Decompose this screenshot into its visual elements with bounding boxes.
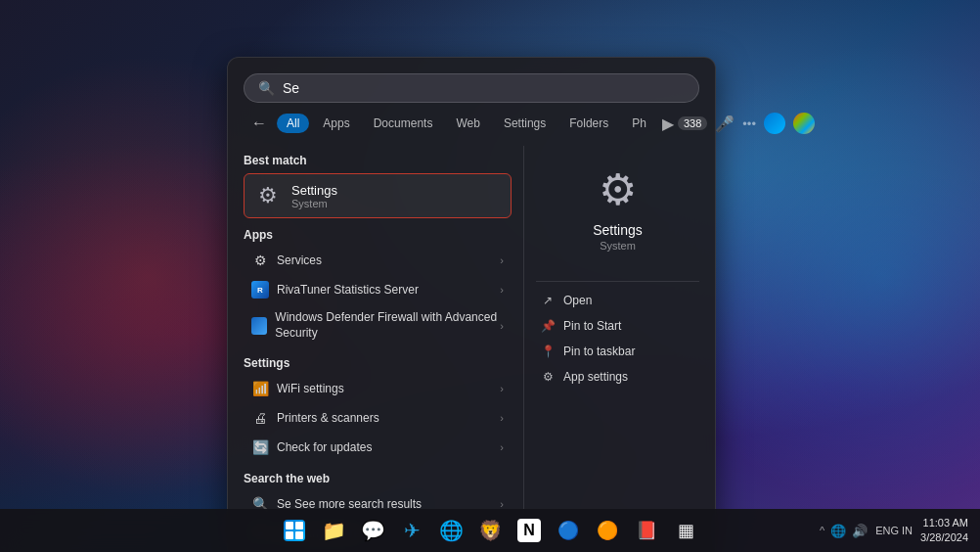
filter-documents[interactable]: Documents: [364, 114, 443, 133]
taskbar-app7[interactable]: 🔵: [551, 513, 586, 548]
best-match-item[interactable]: ⚙ Settings System: [244, 173, 512, 218]
open-label: Open: [563, 294, 592, 307]
mic-icon[interactable]: 🎤: [715, 115, 735, 133]
more-filters-button[interactable]: ▶: [662, 115, 674, 133]
taskbar-whatsapp[interactable]: 💬: [355, 513, 390, 548]
wifi-icon: 📶: [251, 380, 269, 397]
system-tray: ^ 🌐 🔊: [820, 524, 868, 538]
best-match-label: Best match: [244, 154, 512, 167]
taskbar-telegram[interactable]: ✈: [394, 513, 429, 548]
taskbar-app9[interactable]: 📕: [629, 513, 664, 548]
filter-apps[interactable]: Apps: [313, 114, 359, 133]
brave-icon: 🦁: [478, 519, 503, 542]
show-hidden-icon[interactable]: ^: [820, 525, 824, 536]
badge-count: 338: [678, 116, 707, 130]
windows-color-icon[interactable]: [793, 113, 815, 134]
search-input[interactable]: [283, 80, 685, 96]
cortana-icon[interactable]: [764, 113, 785, 134]
language-indicator[interactable]: ENG IN: [875, 524, 913, 537]
pin-start-label: Pin to Start: [563, 319, 621, 333]
settings-gear-icon: ⚙: [254, 182, 282, 209]
taskbar-center: 📁 💬 ✈ 🌐 🦁 N 🔵 🟠 📕 ▦: [277, 513, 703, 548]
rivatuner-item[interactable]: R RivaTuner Statistics Server ›: [244, 275, 512, 304]
pin-taskbar-item[interactable]: 📍 Pin to taskbar: [536, 339, 699, 364]
services-item[interactable]: ⚙ Services ›: [244, 246, 512, 275]
search-icon: 🔍: [258, 80, 275, 96]
check-updates-label: Check for updates: [277, 440, 372, 454]
taskbar-extras: 338 🎤 •••: [678, 113, 815, 134]
check-updates-item[interactable]: 🔄 Check for updates ›: [244, 433, 512, 462]
network-icon[interactable]: 🌐: [830, 524, 846, 538]
dots-icon[interactable]: •••: [742, 116, 756, 131]
folder-icon: 📁: [322, 519, 346, 542]
app9-icon: 📕: [636, 520, 657, 541]
firewall-label: Windows Defender Firewall with Advanced …: [275, 310, 500, 341]
filter-all[interactable]: All: [277, 114, 309, 133]
volume-icon[interactable]: 🔊: [852, 524, 868, 538]
best-match-name: Settings: [291, 183, 337, 198]
filter-web[interactable]: Web: [446, 114, 489, 133]
app-settings-icon: ⚙: [540, 369, 556, 385]
pin-taskbar-label: Pin to taskbar: [563, 345, 635, 358]
back-button[interactable]: ←: [245, 113, 273, 134]
taskbar-notion[interactable]: N: [512, 513, 547, 548]
big-settings-gear-icon: ⚙: [591, 161, 646, 216]
filter-ph[interactable]: Ph: [622, 114, 656, 133]
arrow-icon: ›: [500, 320, 504, 332]
right-panel-sub: System: [600, 240, 636, 252]
windows-logo-icon: [284, 520, 305, 541]
wifi-settings-item[interactable]: 📶 WiFi settings ›: [244, 374, 512, 403]
app-settings-label: App settings: [563, 370, 628, 384]
filter-bar: ← All Apps Documents Web Settings Folder…: [244, 113, 699, 134]
search-web-label: Search the web: [244, 472, 512, 485]
arrow-icon: ›: [500, 254, 504, 266]
pin-taskbar-icon: 📍: [540, 344, 556, 359]
taskbar-app8[interactable]: 🟠: [590, 513, 625, 548]
firewall-item[interactable]: Windows Defender Firewall with Advanced …: [244, 304, 512, 346]
filter-settings[interactable]: Settings: [494, 114, 556, 133]
pin-start-item[interactable]: 📌 Pin to Start: [536, 313, 699, 339]
arrow-icon: ›: [500, 412, 504, 424]
right-panel: ⚙ Settings System ↗ Open 📌 Pin to Start …: [523, 146, 699, 548]
filter-folders[interactable]: Folders: [559, 114, 618, 133]
services-label: Services: [277, 253, 322, 267]
app8-icon: 🟠: [597, 520, 618, 541]
arrow-icon: ›: [500, 284, 504, 296]
notion-icon: N: [517, 519, 541, 542]
settings-section-label: Settings: [244, 356, 512, 370]
right-panel-icon-area: ⚙ Settings System: [536, 146, 699, 275]
taskbar-right: ^ 🌐 🔊 ENG IN 11:03 AM 3/28/2024: [820, 516, 968, 546]
open-item[interactable]: ↗ Open: [536, 288, 699, 313]
rivatuner-label: RivaTuner Statistics Server: [277, 283, 419, 297]
apps-section-label: Apps: [244, 228, 512, 242]
clock-time: 11:03 AM: [920, 516, 968, 530]
app7-icon: 🔵: [557, 520, 579, 541]
taskbar-chrome[interactable]: 🌐: [433, 513, 468, 548]
firewall-icon: [251, 317, 267, 335]
update-icon: 🔄: [251, 438, 269, 456]
content-area: Best match ⚙ Settings System Apps ⚙ Serv…: [244, 146, 699, 548]
wifi-label: WiFi settings: [277, 382, 344, 395]
clock-date: 3/28/2024: [920, 530, 968, 545]
taskbar-app10[interactable]: ▦: [668, 513, 703, 548]
search-bar[interactable]: 🔍: [244, 73, 699, 103]
taskbar-brave[interactable]: 🦁: [472, 513, 508, 548]
open-icon: ↗: [540, 293, 556, 308]
app10-icon: ▦: [678, 520, 694, 541]
telegram-icon: ✈: [404, 519, 421, 542]
arrow-icon: ›: [500, 441, 504, 453]
services-icon: ⚙: [251, 252, 269, 269]
taskbar: 📁 💬 ✈ 🌐 🦁 N 🔵 🟠 📕 ▦: [0, 509, 980, 552]
taskbar-file-explorer[interactable]: 📁: [316, 513, 351, 548]
left-panel: Best match ⚙ Settings System Apps ⚙ Serv…: [244, 146, 523, 548]
printers-item[interactable]: 🖨 Printers & scanners ›: [244, 403, 512, 433]
start-menu: 🔍 ← All Apps Documents Web Settings Fold…: [227, 57, 716, 552]
whatsapp-icon: 💬: [361, 519, 385, 542]
printer-icon: 🖨: [251, 409, 269, 427]
app-settings-item[interactable]: ⚙ App settings: [536, 364, 699, 390]
clock[interactable]: 11:03 AM 3/28/2024: [920, 516, 968, 546]
pin-start-icon: 📌: [540, 318, 556, 334]
printers-label: Printers & scanners: [277, 411, 379, 425]
taskbar-start-button[interactable]: [277, 513, 312, 548]
right-panel-name: Settings: [593, 222, 643, 238]
